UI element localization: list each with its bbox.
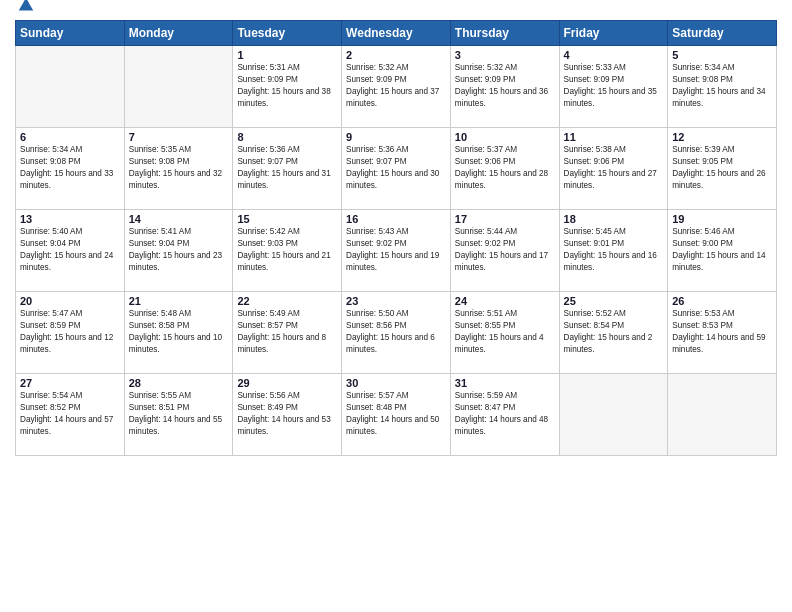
calendar-cell: 27Sunrise: 5:54 AMSunset: 8:52 PMDayligh… [16,374,125,456]
day-info: Sunrise: 5:51 AMSunset: 8:55 PMDaylight:… [455,308,555,356]
calendar-cell: 19Sunrise: 5:46 AMSunset: 9:00 PMDayligh… [668,210,777,292]
day-number: 13 [20,213,120,225]
day-number: 25 [564,295,664,307]
calendar-cell: 26Sunrise: 5:53 AMSunset: 8:53 PMDayligh… [668,292,777,374]
day-number: 27 [20,377,120,389]
day-info: Sunrise: 5:44 AMSunset: 9:02 PMDaylight:… [455,226,555,274]
calendar-cell: 25Sunrise: 5:52 AMSunset: 8:54 PMDayligh… [559,292,668,374]
day-info: Sunrise: 5:42 AMSunset: 9:03 PMDaylight:… [237,226,337,274]
calendar-cell: 6Sunrise: 5:34 AMSunset: 9:08 PMDaylight… [16,128,125,210]
calendar-cell [124,46,233,128]
calendar-cell: 5Sunrise: 5:34 AMSunset: 9:08 PMDaylight… [668,46,777,128]
calendar-cell: 13Sunrise: 5:40 AMSunset: 9:04 PMDayligh… [16,210,125,292]
page: SundayMondayTuesdayWednesdayThursdayFrid… [0,0,792,612]
calendar-table: SundayMondayTuesdayWednesdayThursdayFrid… [15,20,777,456]
header [15,10,777,14]
day-info: Sunrise: 5:36 AMSunset: 9:07 PMDaylight:… [346,144,446,192]
calendar-week-row: 20Sunrise: 5:47 AMSunset: 8:59 PMDayligh… [16,292,777,374]
weekday-header: Sunday [16,21,125,46]
day-info: Sunrise: 5:40 AMSunset: 9:04 PMDaylight:… [20,226,120,274]
calendar-week-row: 27Sunrise: 5:54 AMSunset: 8:52 PMDayligh… [16,374,777,456]
calendar-cell: 10Sunrise: 5:37 AMSunset: 9:06 PMDayligh… [450,128,559,210]
day-number: 11 [564,131,664,143]
day-number: 8 [237,131,337,143]
calendar-cell: 22Sunrise: 5:49 AMSunset: 8:57 PMDayligh… [233,292,342,374]
calendar-week-row: 13Sunrise: 5:40 AMSunset: 9:04 PMDayligh… [16,210,777,292]
calendar-cell [559,374,668,456]
day-info: Sunrise: 5:54 AMSunset: 8:52 PMDaylight:… [20,390,120,438]
day-info: Sunrise: 5:55 AMSunset: 8:51 PMDaylight:… [129,390,229,438]
calendar-cell: 23Sunrise: 5:50 AMSunset: 8:56 PMDayligh… [342,292,451,374]
day-info: Sunrise: 5:49 AMSunset: 8:57 PMDaylight:… [237,308,337,356]
calendar-cell: 16Sunrise: 5:43 AMSunset: 9:02 PMDayligh… [342,210,451,292]
day-info: Sunrise: 5:46 AMSunset: 9:00 PMDaylight:… [672,226,772,274]
day-info: Sunrise: 5:34 AMSunset: 9:08 PMDaylight:… [20,144,120,192]
day-info: Sunrise: 5:52 AMSunset: 8:54 PMDaylight:… [564,308,664,356]
day-number: 15 [237,213,337,225]
calendar-cell: 8Sunrise: 5:36 AMSunset: 9:07 PMDaylight… [233,128,342,210]
calendar-cell [16,46,125,128]
day-info: Sunrise: 5:56 AMSunset: 8:49 PMDaylight:… [237,390,337,438]
day-info: Sunrise: 5:47 AMSunset: 8:59 PMDaylight:… [20,308,120,356]
day-number: 24 [455,295,555,307]
day-number: 17 [455,213,555,225]
day-info: Sunrise: 5:33 AMSunset: 9:09 PMDaylight:… [564,62,664,110]
calendar-cell: 15Sunrise: 5:42 AMSunset: 9:03 PMDayligh… [233,210,342,292]
calendar-cell: 21Sunrise: 5:48 AMSunset: 8:58 PMDayligh… [124,292,233,374]
day-number: 29 [237,377,337,389]
day-number: 4 [564,49,664,61]
day-number: 22 [237,295,337,307]
day-info: Sunrise: 5:38 AMSunset: 9:06 PMDaylight:… [564,144,664,192]
day-number: 1 [237,49,337,61]
day-info: Sunrise: 5:43 AMSunset: 9:02 PMDaylight:… [346,226,446,274]
weekday-header: Wednesday [342,21,451,46]
day-number: 26 [672,295,772,307]
logo [15,10,35,14]
day-number: 19 [672,213,772,225]
day-number: 7 [129,131,229,143]
day-info: Sunrise: 5:53 AMSunset: 8:53 PMDaylight:… [672,308,772,356]
day-info: Sunrise: 5:37 AMSunset: 9:06 PMDaylight:… [455,144,555,192]
weekday-header-row: SundayMondayTuesdayWednesdayThursdayFrid… [16,21,777,46]
day-number: 18 [564,213,664,225]
calendar-cell: 18Sunrise: 5:45 AMSunset: 9:01 PMDayligh… [559,210,668,292]
day-number: 5 [672,49,772,61]
calendar-cell: 20Sunrise: 5:47 AMSunset: 8:59 PMDayligh… [16,292,125,374]
day-info: Sunrise: 5:35 AMSunset: 9:08 PMDaylight:… [129,144,229,192]
day-number: 16 [346,213,446,225]
day-info: Sunrise: 5:39 AMSunset: 9:05 PMDaylight:… [672,144,772,192]
calendar-cell: 29Sunrise: 5:56 AMSunset: 8:49 PMDayligh… [233,374,342,456]
calendar-cell: 4Sunrise: 5:33 AMSunset: 9:09 PMDaylight… [559,46,668,128]
day-info: Sunrise: 5:45 AMSunset: 9:01 PMDaylight:… [564,226,664,274]
calendar-week-row: 1Sunrise: 5:31 AMSunset: 9:09 PMDaylight… [16,46,777,128]
day-info: Sunrise: 5:48 AMSunset: 8:58 PMDaylight:… [129,308,229,356]
day-number: 9 [346,131,446,143]
calendar-cell: 12Sunrise: 5:39 AMSunset: 9:05 PMDayligh… [668,128,777,210]
calendar-cell: 30Sunrise: 5:57 AMSunset: 8:48 PMDayligh… [342,374,451,456]
weekday-header: Monday [124,21,233,46]
svg-marker-0 [19,0,33,10]
day-number: 3 [455,49,555,61]
day-number: 2 [346,49,446,61]
day-number: 23 [346,295,446,307]
day-number: 14 [129,213,229,225]
calendar-cell: 28Sunrise: 5:55 AMSunset: 8:51 PMDayligh… [124,374,233,456]
calendar-cell: 31Sunrise: 5:59 AMSunset: 8:47 PMDayligh… [450,374,559,456]
day-info: Sunrise: 5:32 AMSunset: 9:09 PMDaylight:… [455,62,555,110]
weekday-header: Saturday [668,21,777,46]
calendar-cell: 24Sunrise: 5:51 AMSunset: 8:55 PMDayligh… [450,292,559,374]
day-number: 20 [20,295,120,307]
calendar-cell: 7Sunrise: 5:35 AMSunset: 9:08 PMDaylight… [124,128,233,210]
day-info: Sunrise: 5:50 AMSunset: 8:56 PMDaylight:… [346,308,446,356]
day-info: Sunrise: 5:59 AMSunset: 8:47 PMDaylight:… [455,390,555,438]
calendar-cell [668,374,777,456]
calendar-cell: 3Sunrise: 5:32 AMSunset: 9:09 PMDaylight… [450,46,559,128]
day-number: 31 [455,377,555,389]
day-number: 12 [672,131,772,143]
day-number: 28 [129,377,229,389]
logo-icon [17,0,35,14]
day-number: 30 [346,377,446,389]
day-info: Sunrise: 5:36 AMSunset: 9:07 PMDaylight:… [237,144,337,192]
day-info: Sunrise: 5:34 AMSunset: 9:08 PMDaylight:… [672,62,772,110]
weekday-header: Tuesday [233,21,342,46]
